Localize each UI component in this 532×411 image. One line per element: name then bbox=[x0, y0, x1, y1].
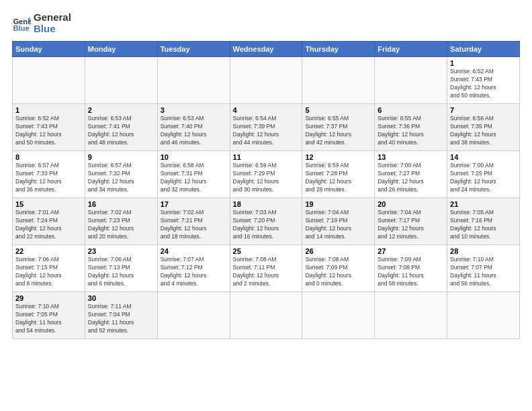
day-number: 15 bbox=[15, 200, 82, 208]
col-header-sunday: Sunday bbox=[13, 42, 85, 57]
day-info: Sunrise: 6:56 AMSunset: 7:35 PMDaylight:… bbox=[450, 115, 517, 147]
day-number: 19 bbox=[305, 200, 371, 208]
day-number: 21 bbox=[450, 200, 517, 208]
day-cell: 29Sunrise: 7:10 AMSunset: 7:05 PMDayligh… bbox=[13, 292, 85, 339]
day-cell bbox=[302, 57, 375, 104]
day-cell: 13Sunrise: 7:00 AMSunset: 7:27 PMDayligh… bbox=[375, 151, 447, 198]
day-cell: 5Sunrise: 6:55 AMSunset: 7:37 PMDaylight… bbox=[302, 104, 375, 151]
day-cell bbox=[13, 57, 85, 104]
day-number: 24 bbox=[161, 247, 227, 255]
day-cell: 16Sunrise: 7:02 AMSunset: 7:23 PMDayligh… bbox=[85, 198, 157, 245]
day-cell: 24Sunrise: 7:07 AMSunset: 7:12 PMDayligh… bbox=[157, 245, 230, 292]
day-cell: 1Sunrise: 6:52 AMSunset: 7:43 PMDaylight… bbox=[447, 57, 520, 104]
day-info: Sunrise: 7:04 AMSunset: 7:17 PMDaylight:… bbox=[378, 209, 444, 241]
col-header-thursday: Thursday bbox=[302, 42, 375, 57]
day-cell: 27Sunrise: 7:09 AMSunset: 7:08 PMDayligh… bbox=[375, 245, 447, 292]
day-cell: 18Sunrise: 7:03 AMSunset: 7:20 PMDayligh… bbox=[230, 198, 302, 245]
day-info: Sunrise: 7:06 AMSunset: 7:13 PMDaylight:… bbox=[88, 256, 154, 288]
week-row-5: 29Sunrise: 7:10 AMSunset: 7:05 PMDayligh… bbox=[13, 292, 520, 339]
day-number: 18 bbox=[233, 200, 300, 208]
day-cell: 22Sunrise: 7:06 AMSunset: 7:15 PMDayligh… bbox=[13, 245, 85, 292]
day-number: 30 bbox=[88, 294, 154, 302]
header: General Blue General Blue bbox=[12, 12, 520, 34]
day-cell: 2Sunrise: 6:53 AMSunset: 7:41 PMDaylight… bbox=[85, 104, 157, 151]
logo-icon: General Blue bbox=[12, 14, 31, 33]
day-cell bbox=[230, 292, 302, 339]
week-row-0: 1Sunrise: 6:52 AMSunset: 7:43 PMDaylight… bbox=[13, 57, 520, 104]
day-cell: 19Sunrise: 7:04 AMSunset: 7:19 PMDayligh… bbox=[302, 198, 375, 245]
day-info: Sunrise: 6:58 AMSunset: 7:31 PMDaylight:… bbox=[161, 162, 227, 194]
day-info: Sunrise: 6:59 AMSunset: 7:28 PMDaylight:… bbox=[305, 162, 371, 194]
logo: General Blue General Blue bbox=[12, 12, 71, 34]
day-cell: 3Sunrise: 6:53 AMSunset: 7:40 PMDaylight… bbox=[157, 104, 230, 151]
day-number: 17 bbox=[161, 200, 227, 208]
day-cell: 20Sunrise: 7:04 AMSunset: 7:17 PMDayligh… bbox=[375, 198, 447, 245]
day-number: 9 bbox=[88, 153, 154, 161]
col-header-monday: Monday bbox=[85, 42, 157, 57]
day-number: 25 bbox=[233, 247, 300, 255]
day-info: Sunrise: 6:57 AMSunset: 7:32 PMDaylight:… bbox=[88, 162, 154, 194]
header-row: SundayMondayTuesdayWednesdayThursdayFrid… bbox=[13, 42, 520, 57]
day-cell: 7Sunrise: 6:56 AMSunset: 7:35 PMDaylight… bbox=[447, 104, 520, 151]
day-info: Sunrise: 6:57 AMSunset: 7:33 PMDaylight:… bbox=[15, 162, 82, 194]
day-cell: 11Sunrise: 6:59 AMSunset: 7:29 PMDayligh… bbox=[230, 151, 302, 198]
day-info: Sunrise: 7:09 AMSunset: 7:08 PMDaylight:… bbox=[378, 256, 444, 288]
week-row-4: 22Sunrise: 7:06 AMSunset: 7:15 PMDayligh… bbox=[13, 245, 520, 292]
week-row-3: 15Sunrise: 7:01 AMSunset: 7:24 PMDayligh… bbox=[13, 198, 520, 245]
day-info: Sunrise: 7:07 AMSunset: 7:12 PMDaylight:… bbox=[161, 256, 227, 288]
day-cell bbox=[447, 292, 520, 339]
logo-general: General bbox=[34, 11, 71, 23]
calendar-table: SundayMondayTuesdayWednesdayThursdayFrid… bbox=[12, 41, 520, 339]
day-cell: 23Sunrise: 7:06 AMSunset: 7:13 PMDayligh… bbox=[85, 245, 157, 292]
day-info: Sunrise: 7:01 AMSunset: 7:24 PMDaylight:… bbox=[15, 209, 82, 241]
day-info: Sunrise: 7:06 AMSunset: 7:15 PMDaylight:… bbox=[15, 256, 82, 288]
day-info: Sunrise: 6:59 AMSunset: 7:29 PMDaylight:… bbox=[233, 162, 300, 194]
day-cell: 12Sunrise: 6:59 AMSunset: 7:28 PMDayligh… bbox=[302, 151, 375, 198]
day-number: 14 bbox=[450, 153, 517, 161]
col-header-saturday: Saturday bbox=[447, 42, 520, 57]
day-cell bbox=[230, 57, 302, 104]
day-number: 6 bbox=[378, 106, 444, 114]
day-cell: 10Sunrise: 6:58 AMSunset: 7:31 PMDayligh… bbox=[157, 151, 230, 198]
day-cell: 1Sunrise: 6:52 AMSunset: 7:43 PMDaylight… bbox=[13, 104, 85, 151]
week-row-1: 1Sunrise: 6:52 AMSunset: 7:43 PMDaylight… bbox=[13, 104, 520, 151]
day-info: Sunrise: 7:08 AMSunset: 7:11 PMDaylight:… bbox=[233, 256, 300, 288]
day-number: 12 bbox=[305, 153, 371, 161]
day-cell bbox=[85, 57, 157, 104]
day-info: Sunrise: 7:08 AMSunset: 7:09 PMDaylight:… bbox=[305, 256, 371, 288]
day-number: 27 bbox=[378, 247, 444, 255]
day-cell bbox=[302, 292, 375, 339]
day-cell: 15Sunrise: 7:01 AMSunset: 7:24 PMDayligh… bbox=[13, 198, 85, 245]
day-info: Sunrise: 7:00 AMSunset: 7:25 PMDaylight:… bbox=[450, 162, 517, 194]
day-cell: 4Sunrise: 6:54 AMSunset: 7:39 PMDaylight… bbox=[230, 104, 302, 151]
day-info: Sunrise: 6:53 AMSunset: 7:41 PMDaylight:… bbox=[88, 115, 154, 147]
day-cell: 14Sunrise: 7:00 AMSunset: 7:25 PMDayligh… bbox=[447, 151, 520, 198]
day-number: 1 bbox=[450, 59, 517, 67]
day-number: 29 bbox=[15, 294, 82, 302]
day-info: Sunrise: 6:52 AMSunset: 7:43 PMDaylight:… bbox=[15, 115, 82, 147]
day-number: 20 bbox=[378, 200, 444, 208]
day-info: Sunrise: 7:11 AMSunset: 7:04 PMDaylight:… bbox=[88, 303, 154, 335]
page: General Blue General Blue SundayMondayTu… bbox=[0, 0, 532, 411]
day-cell: 6Sunrise: 6:55 AMSunset: 7:36 PMDaylight… bbox=[375, 104, 447, 151]
day-info: Sunrise: 6:55 AMSunset: 7:36 PMDaylight:… bbox=[378, 115, 444, 147]
day-number: 3 bbox=[161, 106, 227, 114]
day-cell: 26Sunrise: 7:08 AMSunset: 7:09 PMDayligh… bbox=[302, 245, 375, 292]
day-info: Sunrise: 7:03 AMSunset: 7:20 PMDaylight:… bbox=[233, 209, 300, 241]
day-info: Sunrise: 7:10 AMSunset: 7:07 PMDaylight:… bbox=[450, 256, 517, 288]
col-header-friday: Friday bbox=[375, 42, 447, 57]
day-number: 2 bbox=[88, 106, 154, 114]
week-row-2: 8Sunrise: 6:57 AMSunset: 7:33 PMDaylight… bbox=[13, 151, 520, 198]
day-cell bbox=[157, 292, 230, 339]
day-info: Sunrise: 7:05 AMSunset: 7:16 PMDaylight:… bbox=[450, 209, 517, 241]
day-number: 10 bbox=[161, 153, 227, 161]
day-info: Sunrise: 7:02 AMSunset: 7:21 PMDaylight:… bbox=[161, 209, 227, 241]
day-number: 13 bbox=[378, 153, 444, 161]
day-info: Sunrise: 6:54 AMSunset: 7:39 PMDaylight:… bbox=[233, 115, 300, 147]
day-info: Sunrise: 7:02 AMSunset: 7:23 PMDaylight:… bbox=[88, 209, 154, 241]
day-info: Sunrise: 7:04 AMSunset: 7:19 PMDaylight:… bbox=[305, 209, 371, 241]
day-cell: 9Sunrise: 6:57 AMSunset: 7:32 PMDaylight… bbox=[85, 151, 157, 198]
day-info: Sunrise: 7:10 AMSunset: 7:05 PMDaylight:… bbox=[15, 303, 82, 335]
day-cell bbox=[375, 57, 447, 104]
day-info: Sunrise: 6:53 AMSunset: 7:40 PMDaylight:… bbox=[161, 115, 227, 147]
